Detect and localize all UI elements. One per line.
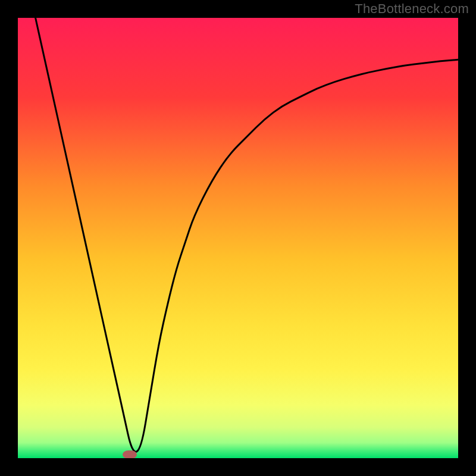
optimal-point-marker	[123, 450, 137, 458]
chart-frame: TheBottleneck.com	[0, 0, 476, 476]
bottleneck-curve	[18, 18, 458, 458]
plot-area	[18, 18, 458, 458]
watermark-text: TheBottleneck.com	[355, 1, 469, 17]
